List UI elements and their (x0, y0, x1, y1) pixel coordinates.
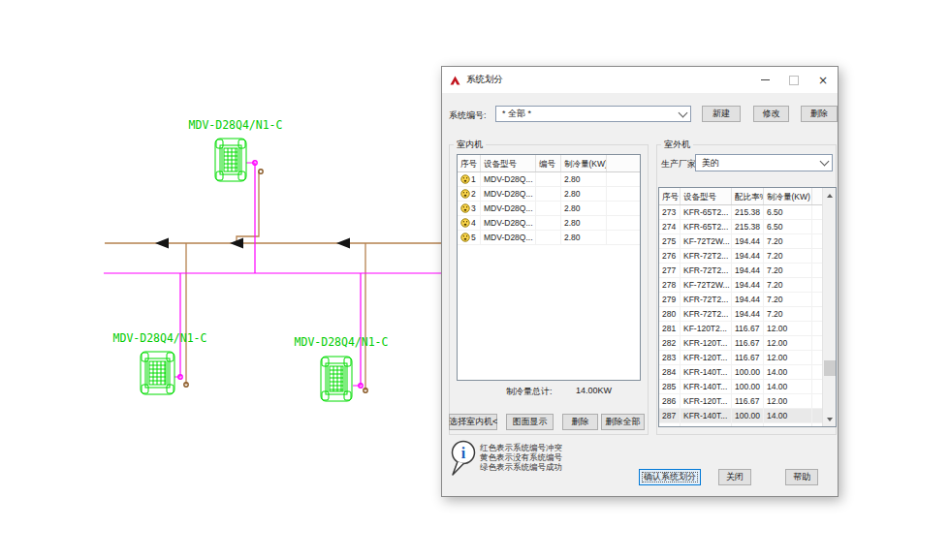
outdoor-table-row[interactable]: 277KFR-72T2...194.447.20 (659, 264, 824, 278)
system-number-label: 系统编号: (449, 109, 487, 122)
outdoor-table-row[interactable]: 288RD25T2W/56.0025.00 (659, 423, 824, 427)
column-header[interactable]: 设备型号 (681, 188, 732, 204)
outdoor-table-row[interactable]: 286KFR-120T...116.6712.00 (659, 394, 824, 409)
cell-ratio: 100.00 (732, 380, 764, 393)
drawing-display-button[interactable]: 图面显示 (506, 414, 554, 430)
cell-capacity: 14.00 (764, 365, 812, 379)
new-button[interactable]: 新建 (702, 106, 741, 122)
gas-pipe[interactable] (174, 273, 180, 377)
confirm-system-division-button[interactable]: 确认系统划分 (639, 469, 701, 485)
outdoor-table-row[interactable]: 279KFR-72T2...194.447.20 (659, 293, 824, 307)
legend-line-red: 红色表示系统编号冲突 (480, 443, 562, 452)
minimize-icon[interactable] (750, 67, 779, 93)
outdoor-table-row[interactable]: 273KFR-65T2...215.386.50 (659, 205, 824, 220)
cooling-total-value: 14.00KW (576, 386, 612, 395)
cell-filler (607, 187, 640, 201)
help-button[interactable]: 帮助 (785, 469, 818, 485)
cell-filler (607, 172, 640, 186)
gas-pipe[interactable] (246, 163, 255, 273)
close-icon[interactable]: × (808, 67, 838, 93)
cell-model: KFR-140T... (681, 380, 732, 393)
outdoor-table-row[interactable]: 274KFR-65T2...215.386.50 (659, 220, 824, 234)
outdoor-table-row[interactable]: 285KFR-140T...100.0014.00 (659, 380, 824, 394)
cell-no: 277 (659, 264, 681, 277)
outdoor-table-row[interactable]: 282KFR-120T...116.6712.00 (659, 336, 824, 351)
cell-no: 288 (659, 423, 681, 427)
cell-no: 274 (659, 220, 681, 233)
cell-model: KFR-65T2... (681, 220, 732, 233)
manufacturer-combobox[interactable]: 美的 (695, 154, 833, 171)
column-header[interactable]: 编号 (536, 155, 561, 171)
cell-capacity: 6.50 (764, 220, 812, 233)
indoor-table-row[interactable]: 4MDV-D28Q...2.80 (458, 216, 640, 231)
maximize-icon (779, 67, 808, 93)
cell-code (536, 216, 561, 230)
cell-no: 286 (659, 394, 681, 408)
cell-no: 275 (659, 234, 681, 248)
legend-line-yellow: 黄色表示没有系统编号 (480, 452, 562, 462)
cell-model: MDV-D28Q... (481, 187, 536, 201)
outdoor-table-row[interactable]: 276KFR-72T2...194.447.20 (659, 249, 824, 264)
cell-capacity: 14.00 (764, 380, 812, 393)
delete-row-button[interactable]: 删除 (562, 414, 598, 430)
close-button[interactable]: 关闭 (718, 469, 751, 485)
column-header[interactable]: 序号 (659, 188, 681, 204)
liquid-connection-dot (259, 170, 263, 173)
cell-no: 283 (659, 351, 681, 364)
cell-capacity: 7.20 (764, 234, 812, 248)
unit-label[interactable]: MDV-D28Q4/N1-C (189, 118, 283, 132)
scrollbar-thumb[interactable] (824, 360, 836, 376)
indoor-table-row[interactable]: 2MDV-D28Q...2.80 (458, 187, 640, 202)
cell-no: 284 (659, 365, 681, 379)
indoor-table-row[interactable]: 3MDV-D28Q...2.80 (458, 202, 640, 216)
indoor-table-header: 序号 设备型号 编号 制冷量(KW) (458, 155, 640, 172)
cell-model: MDV-D28Q... (481, 202, 536, 215)
cassette-unit-symbol[interactable] (321, 357, 352, 401)
outdoor-table-row[interactable]: 278KF-72T2W...194.447.20 (659, 278, 824, 293)
indoor-table-row[interactable]: 1MDV-D28Q...2.80 (458, 172, 640, 187)
indoor-group-label: 室内机 (454, 139, 486, 151)
outdoor-table-row[interactable]: 280KFR-72T2...194.447.20 (659, 307, 824, 322)
column-header[interactable]: 序号 (458, 155, 481, 171)
outdoor-table-row[interactable]: 281KF-120T2...116.6712.00 (659, 322, 824, 336)
indoor-unit-table: 序号 设备型号 编号 制冷量(KW) 1MDV-D28Q...2.802MDV-… (457, 154, 641, 381)
delete-button[interactable]: 删除 (801, 106, 838, 122)
scroll-down-icon[interactable] (823, 412, 837, 426)
cad-app-icon (450, 76, 460, 85)
outdoor-table-row[interactable]: 275KF-72T2W...194.447.20 (659, 234, 824, 249)
cell-capacity: 12.00 (764, 336, 812, 350)
unit-label[interactable]: MDV-D28Q4/N1-C (113, 331, 207, 345)
outdoor-table-row[interactable]: 287KFR-140T...100.0014.00 (659, 409, 824, 423)
unit-label[interactable]: MDV-D28Q4/N1-C (295, 335, 389, 349)
cell-model: RD25T2W/ (681, 423, 732, 427)
cassette-unit-symbol[interactable] (215, 139, 246, 181)
legend-line-green: 绿色表示系统编号成功 (480, 462, 562, 472)
system-number-combobox[interactable]: * 全部 * (495, 106, 691, 122)
select-indoor-unit-button[interactable]: 选择室内机< (449, 414, 497, 430)
cell-capacity: 12.00 (764, 394, 812, 408)
delete-all-button[interactable]: 删除全部 (601, 414, 645, 430)
indoor-table-row[interactable]: 5MDV-D28Q...2.80 (458, 231, 640, 245)
cell-model: KF-72T2W... (681, 234, 732, 248)
modify-button[interactable]: 修改 (753, 106, 789, 122)
cell-no: 285 (659, 380, 681, 393)
cell-capacity: 7.20 (764, 249, 812, 263)
gas-pipe[interactable] (353, 273, 361, 386)
column-header[interactable]: 制冷量(KW) (561, 155, 607, 171)
cell-capacity: 2.80 (561, 172, 607, 186)
outdoor-table-row[interactable]: 283KFR-120T...116.6712.00 (659, 351, 824, 365)
cell-capacity: 7.20 (764, 278, 812, 292)
dialog-titlebar[interactable]: 系统划分 × (442, 67, 838, 94)
info-bubble-icon: i (450, 439, 479, 482)
cell-ratio: 100.00 (732, 365, 764, 379)
cell-capacity: 12.00 (764, 351, 812, 364)
vertical-scrollbar[interactable] (822, 188, 836, 426)
cassette-unit-symbol[interactable] (141, 352, 174, 394)
scroll-up-icon[interactable] (823, 188, 837, 202)
cell-no: 2 (458, 187, 481, 201)
outdoor-table-row[interactable]: 284KFR-140T...100.0014.00 (659, 365, 824, 380)
column-header[interactable]: 设备型号 (481, 155, 536, 171)
column-header[interactable]: 配比率% (732, 188, 764, 204)
cell-filler (607, 202, 640, 215)
column-header[interactable]: 制冷量(KW) (764, 188, 812, 204)
